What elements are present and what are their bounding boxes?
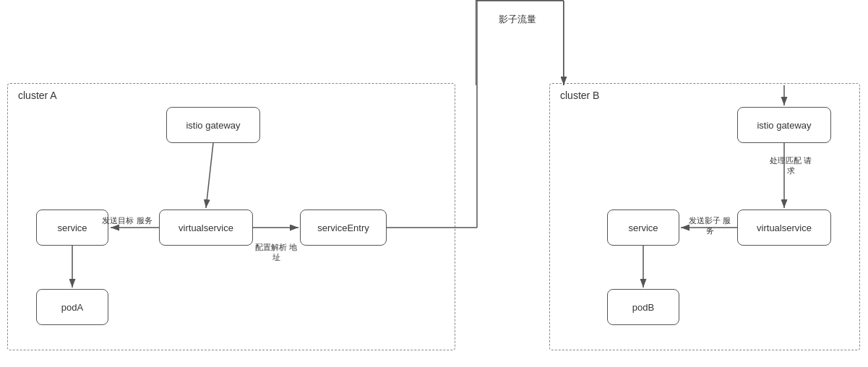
cluster-b-virtualservice: virtualservice <box>737 210 831 246</box>
cluster-b-pod-b: podB <box>607 289 679 325</box>
cluster-a-label: cluster A <box>18 90 57 101</box>
cluster-b-label: cluster B <box>560 90 599 101</box>
label-send-target: 发送目标 服务 <box>100 215 155 225</box>
cluster-a-service-entry: serviceEntry <box>300 210 387 246</box>
cluster-a-istio-gateway: istio gateway <box>166 107 260 143</box>
cluster-b-service: service <box>607 210 679 246</box>
cluster-a-pod-a: podA <box>36 289 108 325</box>
cluster-b-istio-gateway: istio gateway <box>737 107 831 143</box>
cluster-a-service: service <box>36 210 108 246</box>
label-send-shadow: 发送影子 服务 <box>685 215 734 236</box>
label-handle-match: 处理匹配 请求 <box>766 155 815 176</box>
diagram-container: 影子流量 cluster A cluster B istio gateway v… <box>0 0 868 367</box>
shadow-traffic-label: 影子流量 <box>499 13 536 26</box>
cluster-a-virtualservice: virtualservice <box>159 210 253 246</box>
label-config-resolve: 配置解析 地址 <box>254 242 298 263</box>
